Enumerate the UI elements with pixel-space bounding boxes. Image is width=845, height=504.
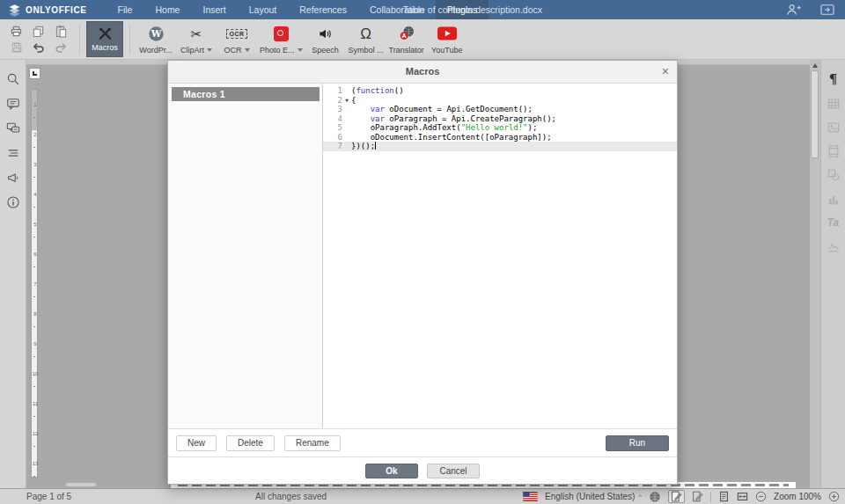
code-text: oParagraph.AddText("Hello world!"); — [351, 123, 537, 133]
code-text: var oParagraph = Api.CreateParagraph(); — [351, 114, 556, 124]
ruler-number: 8 — [32, 311, 39, 317]
plugin-photo-editor[interactable]: Photo E... — [257, 19, 305, 59]
ruler-number: 3 — [32, 162, 39, 167]
macros-list: Macros 1 — [168, 84, 323, 428]
plugin-translator[interactable]: ATranslator — [386, 19, 427, 59]
code-line-7[interactable]: 7})(); — [323, 142, 677, 151]
vertical-scrollbar[interactable] — [810, 60, 820, 488]
code-line-2[interactable]: 2▼{ — [323, 96, 677, 106]
chart-settings-icon[interactable] — [826, 191, 841, 206]
feedback-icon[interactable] — [4, 169, 22, 186]
ruler-number: 1 — [32, 102, 39, 107]
code-editor[interactable]: 1(function()2▼{3 var oDocument = Api.Get… — [323, 84, 677, 428]
headerfooter-settings-icon[interactable] — [826, 143, 841, 158]
tab-references[interactable]: References — [288, 0, 358, 19]
line-number: 4 — [323, 114, 342, 124]
delete-button[interactable]: Delete — [226, 435, 275, 451]
paste-icon[interactable] — [55, 25, 68, 38]
tab-insert[interactable]: Insert — [191, 0, 237, 19]
macros-toolbar-button[interactable]: Macros — [86, 21, 123, 57]
textart-settings-icon[interactable]: Ta — [826, 215, 841, 230]
speech-icon — [318, 24, 333, 43]
plugin-wordpress[interactable]: WWordPr... — [136, 19, 176, 59]
photo-editor-icon — [274, 24, 289, 43]
plugin-youtube[interactable]: YouTube — [427, 19, 467, 59]
plugin-symbol[interactable]: ΩSymbol ... — [346, 19, 386, 59]
line-number: 3 — [323, 105, 342, 114]
zoom-out-icon[interactable] — [755, 491, 767, 502]
fit-page-icon[interactable] — [718, 491, 730, 502]
code-line-6[interactable]: 6 oDocument.InsertContent([oParagraph]); — [323, 133, 677, 142]
quick-actions — [0, 19, 77, 59]
logo-text: ONLYOFFICE — [26, 5, 87, 15]
open-file-location-icon[interactable] — [820, 4, 834, 16]
chat-icon[interactable] — [4, 120, 22, 136]
dialog-footer: Ok Cancel — [168, 457, 677, 484]
scroll-up-arrow[interactable] — [812, 63, 818, 68]
plugin-clipart[interactable]: ✂ClipArt — [176, 19, 217, 59]
vertical-ruler[interactable]: 12345678910111213 — [31, 89, 38, 478]
plugin-label: WordPr... — [139, 46, 172, 55]
tab-file[interactable]: File — [107, 0, 144, 19]
ruler-number: 10 — [32, 371, 39, 376]
us-flag-icon — [523, 492, 538, 501]
shape-settings-icon[interactable] — [826, 167, 841, 182]
image-settings-icon[interactable] — [826, 120, 841, 135]
page-indicator[interactable]: Page 1 of 5 — [26, 489, 71, 504]
plugin-label: Speech — [312, 46, 339, 55]
code-line-3[interactable]: 3 var oDocument = Api.GetDocument(); — [323, 105, 677, 114]
undo-icon[interactable] — [32, 41, 45, 53]
close-icon[interactable]: × — [662, 61, 669, 83]
fold-arrow-icon[interactable]: ▼ — [342, 96, 351, 106]
zoom-in-icon[interactable] — [828, 491, 840, 502]
ok-button[interactable]: Ok — [365, 464, 418, 478]
navigation-icon[interactable] — [4, 144, 22, 161]
comments-icon[interactable] — [4, 95, 22, 112]
document-title: Table of contents description.docx — [403, 0, 542, 19]
toolbar-separator — [79, 24, 80, 55]
code-text: oDocument.InsertContent([oParagraph]); — [351, 133, 552, 142]
save-icon[interactable] — [11, 41, 23, 54]
dialog-title: Macros — [168, 61, 677, 83]
signature-settings-icon[interactable] — [826, 238, 841, 253]
code-line-5[interactable]: 5 oParagraph.AddText("Hello world!"); — [323, 123, 677, 133]
manage-access-icon[interactable] — [786, 4, 801, 16]
about-icon[interactable] — [4, 194, 22, 210]
dialog-toolbar: New Delete Rename Run — [168, 428, 677, 457]
horizontal-scrollbar[interactable] — [65, 482, 97, 487]
new-button[interactable]: New — [176, 435, 217, 451]
code-line-4[interactable]: 4 var oParagraph = Api.CreateParagraph()… — [323, 114, 677, 124]
spellcheck-toggle[interactable] — [668, 490, 685, 503]
code-line-1[interactable]: 1(function() — [323, 86, 677, 96]
scrollbar-thumb[interactable] — [811, 70, 819, 158]
redo-icon[interactable] — [55, 41, 68, 53]
fold-gutter — [342, 142, 351, 151]
rename-button[interactable]: Rename — [284, 435, 341, 451]
tabstop-selector[interactable] — [29, 68, 40, 79]
plugin-ocr[interactable]: OCROCR — [217, 19, 257, 59]
tab-layout[interactable]: Layout — [238, 0, 289, 19]
ruler-number: 12 — [32, 431, 39, 436]
svg-text:A: A — [401, 32, 406, 40]
fit-width-icon[interactable] — [737, 491, 748, 502]
macro-list-item[interactable]: Macros 1 — [172, 87, 320, 101]
copy-icon[interactable] — [32, 25, 45, 38]
track-changes-icon[interactable] — [692, 491, 703, 502]
run-button[interactable]: Run — [606, 435, 669, 451]
search-icon[interactable] — [4, 70, 22, 87]
cancel-button[interactable]: Cancel — [427, 464, 480, 478]
line-number: 5 — [323, 123, 342, 133]
language-globe-icon[interactable] — [649, 491, 661, 503]
zoom-level[interactable]: Zoom 100% — [774, 492, 821, 501]
ruler-number: 9 — [32, 341, 39, 347]
ruler-number: 7 — [32, 281, 39, 287]
language-selector[interactable]: English (United States) — [545, 492, 635, 501]
print-icon[interactable] — [10, 25, 23, 38]
plugin-speech[interactable]: Speech — [305, 19, 346, 59]
paragraph-settings-icon[interactable]: ¶ — [826, 72, 841, 87]
table-settings-icon[interactable] — [826, 96, 841, 111]
plugin-label: Photo E... — [260, 46, 303, 55]
chevron-down-icon — [245, 48, 250, 52]
tab-home[interactable]: Home — [143, 0, 191, 19]
dialog-header[interactable]: Macros × — [168, 61, 677, 84]
